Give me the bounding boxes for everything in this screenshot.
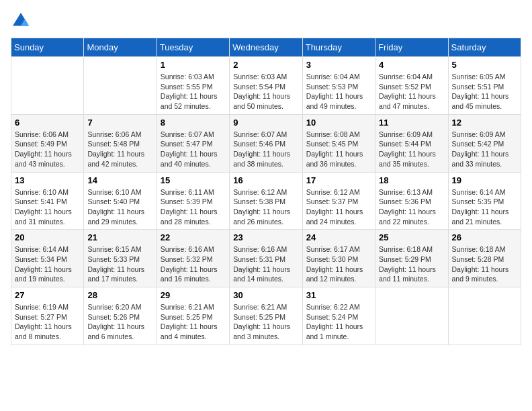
calendar-week-row: 13Sunrise: 6:10 AMSunset: 5:41 PMDayligh… <box>11 172 521 230</box>
day-number: 17 <box>306 175 371 185</box>
calendar-cell: 11Sunrise: 6:09 AMSunset: 5:44 PMDayligh… <box>375 114 448 172</box>
day-number: 6 <box>15 118 80 128</box>
calendar-cell: 26Sunrise: 6:18 AMSunset: 5:28 PMDayligh… <box>448 230 521 287</box>
calendar-cell: 7Sunrise: 6:06 AMSunset: 5:48 PMDaylight… <box>84 114 157 172</box>
day-number: 28 <box>87 290 152 300</box>
day-detail: Sunrise: 6:11 AMSunset: 5:39 PMDaylight:… <box>161 187 226 227</box>
calendar-cell: 25Sunrise: 6:18 AMSunset: 5:29 PMDayligh… <box>375 230 448 287</box>
day-number: 1 <box>161 60 226 70</box>
day-detail: Sunrise: 6:16 AMSunset: 5:31 PMDaylight:… <box>233 244 298 284</box>
day-number: 26 <box>452 232 517 242</box>
day-detail: Sunrise: 6:06 AMSunset: 5:48 PMDaylight:… <box>87 130 152 169</box>
day-number: 18 <box>379 175 444 185</box>
calendar-body: 1Sunrise: 6:03 AMSunset: 5:55 PMDaylight… <box>11 57 521 345</box>
calendar-cell: 3Sunrise: 6:04 AMSunset: 5:53 PMDaylight… <box>302 57 375 115</box>
weekday-header: Sunday <box>11 38 84 57</box>
calendar-cell: 13Sunrise: 6:10 AMSunset: 5:41 PMDayligh… <box>11 172 84 230</box>
day-detail: Sunrise: 6:17 AMSunset: 5:30 PMDaylight:… <box>306 244 371 284</box>
day-number: 3 <box>306 60 371 70</box>
calendar-cell: 27Sunrise: 6:19 AMSunset: 5:27 PMDayligh… <box>11 287 84 345</box>
day-detail: Sunrise: 6:14 AMSunset: 5:35 PMDaylight:… <box>452 187 517 227</box>
calendar-cell: 22Sunrise: 6:16 AMSunset: 5:32 PMDayligh… <box>157 230 229 287</box>
day-number: 11 <box>379 118 444 128</box>
calendar-cell: 15Sunrise: 6:11 AMSunset: 5:39 PMDayligh… <box>157 172 229 230</box>
calendar-cell: 16Sunrise: 6:12 AMSunset: 5:38 PMDayligh… <box>230 172 302 230</box>
calendar-cell <box>375 287 448 345</box>
day-detail: Sunrise: 6:21 AMSunset: 5:25 PMDaylight:… <box>233 302 298 342</box>
day-detail: Sunrise: 6:14 AMSunset: 5:34 PMDaylight:… <box>15 244 80 284</box>
weekday-header: Thursday <box>302 38 375 57</box>
day-number: 13 <box>15 175 80 185</box>
day-number: 9 <box>233 118 298 128</box>
day-number: 5 <box>452 60 517 70</box>
day-number: 30 <box>233 290 298 300</box>
calendar-cell: 24Sunrise: 6:17 AMSunset: 5:30 PMDayligh… <box>302 230 375 287</box>
calendar-cell: 20Sunrise: 6:14 AMSunset: 5:34 PMDayligh… <box>11 230 84 287</box>
day-detail: Sunrise: 6:21 AMSunset: 5:25 PMDaylight:… <box>161 302 226 342</box>
calendar-cell: 6Sunrise: 6:06 AMSunset: 5:49 PMDaylight… <box>11 114 84 172</box>
calendar-cell: 17Sunrise: 6:12 AMSunset: 5:37 PMDayligh… <box>302 172 375 230</box>
day-detail: Sunrise: 6:10 AMSunset: 5:40 PMDaylight:… <box>87 187 152 227</box>
day-detail: Sunrise: 6:13 AMSunset: 5:36 PMDaylight:… <box>379 187 444 227</box>
calendar-cell: 2Sunrise: 6:03 AMSunset: 5:54 PMDaylight… <box>230 57 302 115</box>
day-number: 8 <box>161 118 226 128</box>
calendar-cell <box>11 57 84 115</box>
calendar-week-row: 6Sunrise: 6:06 AMSunset: 5:49 PMDaylight… <box>11 114 521 172</box>
calendar-cell: 30Sunrise: 6:21 AMSunset: 5:25 PMDayligh… <box>230 287 302 345</box>
day-detail: Sunrise: 6:20 AMSunset: 5:26 PMDaylight:… <box>87 302 152 342</box>
day-number: 19 <box>452 175 517 185</box>
calendar-cell <box>84 57 157 115</box>
day-detail: Sunrise: 6:22 AMSunset: 5:24 PMDaylight:… <box>306 302 371 342</box>
day-detail: Sunrise: 6:05 AMSunset: 5:51 PMDaylight:… <box>452 72 517 111</box>
calendar-cell: 23Sunrise: 6:16 AMSunset: 5:31 PMDayligh… <box>230 230 302 287</box>
calendar-cell: 9Sunrise: 6:07 AMSunset: 5:46 PMDaylight… <box>230 114 302 172</box>
day-detail: Sunrise: 6:07 AMSunset: 5:47 PMDaylight:… <box>161 130 226 169</box>
day-detail: Sunrise: 6:04 AMSunset: 5:52 PMDaylight:… <box>379 72 444 111</box>
day-detail: Sunrise: 6:18 AMSunset: 5:28 PMDaylight:… <box>452 244 517 284</box>
day-detail: Sunrise: 6:18 AMSunset: 5:29 PMDaylight:… <box>379 244 444 284</box>
day-number: 4 <box>379 60 444 70</box>
calendar-cell: 18Sunrise: 6:13 AMSunset: 5:36 PMDayligh… <box>375 172 448 230</box>
logo <box>11 11 34 31</box>
calendar-cell: 4Sunrise: 6:04 AMSunset: 5:52 PMDaylight… <box>375 57 448 115</box>
day-number: 16 <box>233 175 298 185</box>
day-number: 20 <box>15 232 80 242</box>
weekday-header: Wednesday <box>230 38 302 57</box>
day-number: 23 <box>233 232 298 242</box>
day-number: 27 <box>15 290 80 300</box>
logo-icon <box>11 11 31 31</box>
calendar-cell <box>448 287 521 345</box>
day-number: 21 <box>87 232 152 242</box>
day-detail: Sunrise: 6:10 AMSunset: 5:41 PMDaylight:… <box>15 187 80 227</box>
calendar-cell: 8Sunrise: 6:07 AMSunset: 5:47 PMDaylight… <box>157 114 229 172</box>
weekday-header: Tuesday <box>157 38 229 57</box>
weekday-header: Saturday <box>448 38 521 57</box>
weekday-header: Friday <box>375 38 448 57</box>
day-detail: Sunrise: 6:16 AMSunset: 5:32 PMDaylight:… <box>161 244 226 284</box>
day-detail: Sunrise: 6:19 AMSunset: 5:27 PMDaylight:… <box>15 302 80 342</box>
day-detail: Sunrise: 6:15 AMSunset: 5:33 PMDaylight:… <box>87 244 152 284</box>
day-detail: Sunrise: 6:12 AMSunset: 5:37 PMDaylight:… <box>306 187 371 227</box>
day-detail: Sunrise: 6:08 AMSunset: 5:45 PMDaylight:… <box>306 130 371 169</box>
day-detail: Sunrise: 6:09 AMSunset: 5:42 PMDaylight:… <box>452 130 517 169</box>
day-number: 14 <box>87 175 152 185</box>
calendar-cell: 5Sunrise: 6:05 AMSunset: 5:51 PMDaylight… <box>448 57 521 115</box>
calendar-cell: 21Sunrise: 6:15 AMSunset: 5:33 PMDayligh… <box>84 230 157 287</box>
day-number: 10 <box>306 118 371 128</box>
calendar-cell: 12Sunrise: 6:09 AMSunset: 5:42 PMDayligh… <box>448 114 521 172</box>
day-number: 12 <box>452 118 517 128</box>
calendar-cell: 31Sunrise: 6:22 AMSunset: 5:24 PMDayligh… <box>302 287 375 345</box>
calendar-cell: 28Sunrise: 6:20 AMSunset: 5:26 PMDayligh… <box>84 287 157 345</box>
day-detail: Sunrise: 6:03 AMSunset: 5:54 PMDaylight:… <box>233 72 298 111</box>
day-number: 22 <box>161 232 226 242</box>
calendar-cell: 19Sunrise: 6:14 AMSunset: 5:35 PMDayligh… <box>448 172 521 230</box>
day-number: 31 <box>306 290 371 300</box>
day-number: 7 <box>87 118 152 128</box>
calendar-week-row: 27Sunrise: 6:19 AMSunset: 5:27 PMDayligh… <box>11 287 521 345</box>
day-detail: Sunrise: 6:07 AMSunset: 5:46 PMDaylight:… <box>233 130 298 169</box>
day-number: 2 <box>233 60 298 70</box>
calendar-week-row: 1Sunrise: 6:03 AMSunset: 5:55 PMDaylight… <box>11 57 521 115</box>
day-number: 29 <box>161 290 226 300</box>
day-detail: Sunrise: 6:09 AMSunset: 5:44 PMDaylight:… <box>379 130 444 169</box>
day-detail: Sunrise: 6:12 AMSunset: 5:38 PMDaylight:… <box>233 187 298 227</box>
